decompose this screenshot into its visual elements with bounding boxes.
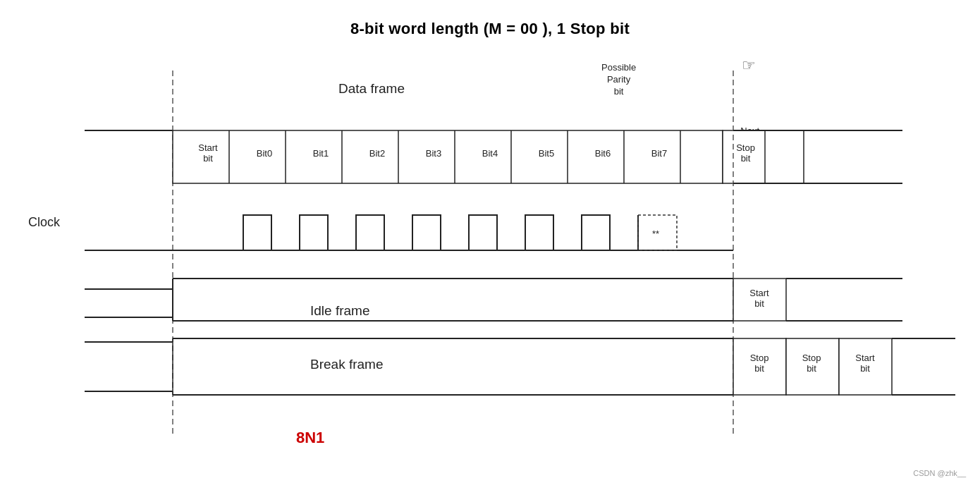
diagram-container: 8-bit word length (M = 00 ), 1 Stop bit … <box>0 0 980 483</box>
bit-label-7: Bit7 <box>638 148 680 159</box>
break-start-label: Startbit <box>845 353 886 374</box>
bit-label-5: Bit5 <box>525 148 568 159</box>
break-stop2-label: Stopbit <box>791 353 832 374</box>
svg-rect-17 <box>804 130 860 183</box>
bit-label-2: Bit2 <box>356 148 398 159</box>
bit-label-6: Bit6 <box>582 148 624 159</box>
bit-label-3: Bit3 <box>412 148 455 159</box>
svg-text:**: ** <box>652 228 659 239</box>
bit-label-stop-data: Stopbit <box>726 142 765 164</box>
idle-start-bit-label: Startbit <box>739 288 780 309</box>
diagram-svg: ** <box>0 0 980 483</box>
bit-label-1: Bit1 <box>300 148 342 159</box>
break-stop1-label: Stopbit <box>739 353 780 374</box>
bit-label-4: Bit4 <box>469 148 511 159</box>
bit-label-start: Startbit <box>187 142 229 164</box>
bit-label-0: Bit0 <box>243 148 286 159</box>
